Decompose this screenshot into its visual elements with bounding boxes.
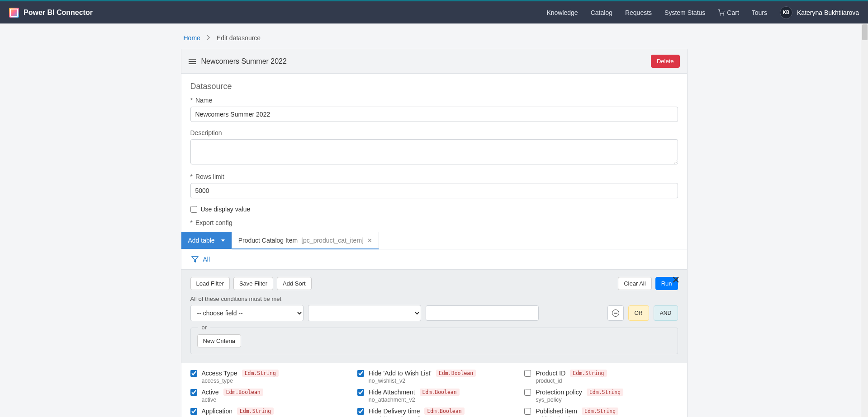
description-input[interactable] (190, 139, 678, 164)
or-button[interactable]: OR (628, 305, 649, 321)
fields-column-2: Hide 'Add to Wish List'Edm.Booleanno_wis… (357, 370, 511, 417)
filter-panel: ✕ Load Filter Save Filter Add Sort Clear… (181, 269, 687, 363)
avatar: KB (780, 6, 792, 19)
export-config-label: Export config (190, 219, 678, 226)
breadcrumb: Home Edit datasource (181, 33, 688, 43)
rows-limit-label: Rows limit (190, 173, 678, 180)
choose-field-select[interactable]: -- choose field -- (190, 305, 304, 321)
field-label: Hide 'Add to Wish List' (369, 370, 432, 377)
nav-cart[interactable]: Cart (718, 9, 739, 16)
load-filter-button[interactable]: Load Filter (190, 277, 230, 290)
field-label: Product ID (536, 370, 565, 377)
new-criteria-button[interactable]: New Criteria (197, 334, 242, 347)
field-item: ActiveEdm.Booleanactive (190, 389, 344, 403)
field-item: Protection policyEdm.Stringsys_policy (524, 389, 678, 403)
operator-select[interactable] (308, 305, 421, 321)
form-body: Datasource Name Description Rows limit U… (181, 74, 687, 232)
field-checkbox[interactable] (190, 389, 197, 396)
type-badge: Edm.Boolean (436, 370, 476, 377)
field-checkbox[interactable] (190, 408, 197, 415)
type-badge: Edm.Boolean (424, 408, 464, 415)
value-input[interactable] (426, 305, 539, 321)
user-name: Kateryna Bukhtiiarova (797, 9, 859, 16)
svg-point-1 (723, 14, 724, 15)
delete-button[interactable]: Delete (651, 55, 680, 68)
field-item: Product IDEdm.Stringproduct_id (524, 370, 678, 384)
remove-condition-button[interactable] (607, 305, 624, 321)
main-panel: Newcomers Summer 2022 Delete Datasource … (181, 49, 688, 417)
field-code: no_attachment_v2 (369, 397, 511, 403)
add-sort-button[interactable]: Add Sort (277, 277, 312, 290)
field-checkbox[interactable] (357, 370, 364, 377)
or-legend: or (198, 324, 211, 331)
type-badge: Edm.Boolean (223, 389, 263, 396)
field-item: Hide AttachmentEdm.Booleanno_attachment_… (357, 389, 511, 403)
field-label: Hide Delivery time (369, 408, 420, 415)
breadcrumb-home[interactable]: Home (184, 34, 200, 42)
tab-id: [pc_product_cat_item] (301, 237, 364, 244)
field-checkbox[interactable] (357, 389, 364, 396)
menu-icon[interactable] (189, 59, 196, 64)
filter-icon[interactable] (191, 256, 199, 263)
chevron-right-icon (207, 34, 210, 42)
field-item: Hide 'Add to Wish List'Edm.Booleanno_wis… (357, 370, 511, 384)
and-button[interactable]: AND (654, 305, 678, 321)
nav-system-status[interactable]: System Status (664, 9, 705, 16)
field-code: access_type (202, 378, 344, 384)
field-checkbox[interactable] (524, 370, 531, 377)
fields-column-1: Access TypeEdm.Stringaccess_typeActiveEd… (190, 370, 344, 417)
conditions-header: All of these conditions must be met (190, 295, 678, 302)
field-checkbox[interactable] (524, 408, 531, 415)
field-item: Access TypeEdm.Stringaccess_type (190, 370, 344, 384)
type-badge: Edm.String (582, 408, 618, 415)
field-item: Published itemEdm.Stringpublished_ref (524, 408, 678, 417)
scrollbar-thumb[interactable] (862, 24, 868, 40)
fields-area: Access TypeEdm.Stringaccess_typeActiveEd… (181, 363, 687, 417)
fields-column-3: Product IDEdm.Stringproduct_idProtection… (524, 370, 678, 417)
field-label: Access Type (202, 370, 237, 377)
description-label: Description (190, 129, 678, 136)
clear-all-button[interactable]: Clear All (618, 277, 651, 290)
field-label: Protection policy (536, 389, 582, 396)
brand: Power BI Connector (9, 8, 93, 18)
svg-marker-2 (192, 257, 198, 262)
type-badge: Edm.String (570, 370, 607, 377)
nav-catalog[interactable]: Catalog (591, 9, 612, 16)
tab-label: Product Catalog Item (238, 237, 298, 244)
close-icon[interactable]: ✕ (367, 237, 372, 244)
or-block: or New Criteria (190, 328, 678, 354)
app-logo-icon (9, 8, 19, 18)
close-filter-icon[interactable]: ✕ (672, 274, 680, 286)
user-menu[interactable]: KB Kateryna Bukhtiiarova (780, 6, 859, 19)
tab-product-catalog-item[interactable]: Product Catalog Item [pc_product_cat_ite… (232, 232, 379, 249)
panel-header: Newcomers Summer 2022 Delete (181, 49, 687, 74)
nav-links: Knowledge Catalog Requests System Status… (546, 6, 859, 19)
nav-knowledge[interactable]: Knowledge (546, 9, 578, 16)
field-checkbox[interactable] (357, 408, 364, 415)
field-checkbox[interactable] (524, 389, 531, 396)
save-filter-button[interactable]: Save Filter (233, 277, 273, 290)
top-nav: Power BI Connector Knowledge Catalog Req… (0, 0, 868, 23)
nav-tours[interactable]: Tours (752, 9, 767, 16)
field-checkbox[interactable] (190, 370, 197, 377)
nav-requests[interactable]: Requests (625, 9, 652, 16)
section-title: Datasource (190, 82, 678, 91)
type-badge: Edm.String (587, 389, 623, 396)
field-label: Published item (536, 408, 577, 415)
page-content: Home Edit datasource Newcomers Summer 20… (167, 23, 701, 417)
use-display-value-checkbox[interactable] (190, 206, 197, 213)
vertical-scrollbar[interactable] (861, 23, 868, 417)
type-badge: Edm.Boolean (420, 389, 460, 396)
add-table-button[interactable]: Add table (181, 232, 232, 249)
app-title: Power BI Connector (24, 9, 93, 17)
name-input[interactable] (190, 107, 678, 122)
filter-all-link[interactable]: All (203, 256, 210, 263)
minus-circle-icon (612, 309, 619, 317)
filter-bar: All (181, 249, 687, 269)
field-code: active (202, 397, 344, 403)
rows-limit-input[interactable] (190, 183, 678, 198)
use-display-value-label: Use display value (201, 206, 251, 213)
svg-point-0 (721, 14, 721, 15)
type-badge: Edm.String (242, 370, 279, 377)
page-title: Newcomers Summer 2022 (201, 57, 287, 66)
